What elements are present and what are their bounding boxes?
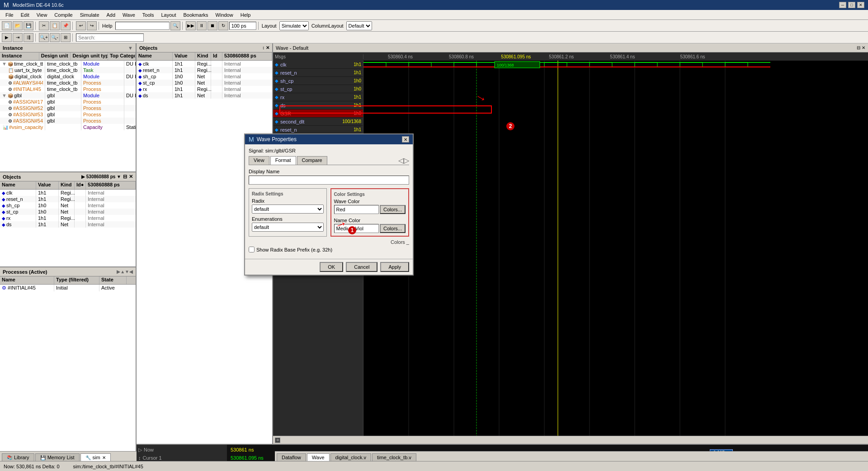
dialog-cancel-btn[interactable]: Cancel	[346, 262, 377, 272]
zoom-out-btn[interactable]: 🔍-	[50, 33, 60, 42]
object-row[interactable]: ◆ ds 1h1 Net Internal	[0, 221, 136, 228]
instance-row[interactable]: ⚙ #ALWAYS#44 time_clock_tb Process	[0, 80, 136, 86]
paste-btn[interactable]: 📌	[61, 21, 71, 30]
close-btn[interactable]: ✕	[857, 2, 864, 8]
help-input[interactable]	[115, 22, 170, 30]
instance-row[interactable]: ⚙ #ASSIGN#52 glbl Process	[0, 105, 136, 111]
signal-row[interactable]: ◆ rx 1h1	[273, 93, 363, 101]
sim-btn1[interactable]: ▶▶	[186, 21, 196, 30]
undo-btn[interactable]: ↩	[76, 21, 86, 30]
dialog-close-btn[interactable]: ✕	[402, 136, 409, 143]
object-row[interactable]: ◆ sh_cp 1h0 Net Internal	[0, 202, 136, 209]
instance-row[interactable]: 📋 uart_tx_byte time_clock_tb Task	[0, 67, 136, 73]
wave-properties-dialog[interactable]: M Wave Properties ✕ Signal: sim:/glbl/GS…	[244, 133, 414, 276]
instance-row[interactable]: ⚙ #ASSIGN#54 glbl Process	[0, 118, 136, 124]
color-settings-section: Color Settings Wave Color Red Colors...	[330, 188, 410, 237]
radix-prefix-checkbox[interactable]	[249, 247, 255, 252]
layout-label: Layout	[262, 23, 277, 29]
object-row[interactable]: ◆ clk 1h1 Regi... Internal	[137, 61, 272, 67]
object-row[interactable]: ◆ sh_cp 1h0 Net Internal	[137, 73, 272, 80]
open-btn[interactable]: 📂	[13, 21, 23, 30]
toolbar-1: 📄 📂 💾 ✂ 📋 📌 ↩ ↪ Help 🔍 ▶▶ ⏸ ⏹ ↻ Layout S…	[0, 20, 868, 32]
signal-row[interactable]: ◆ st_cp 1h0	[273, 85, 363, 93]
object-row[interactable]: ◆ rx 1h1 Regi... Internal	[137, 86, 272, 92]
instance-row[interactable]: ▼ 📦 glbl glbl Module DU Instance	[0, 92, 136, 99]
radix-select[interactable]: default binary octal hex unsigned signed…	[252, 205, 324, 214]
tab-format[interactable]: Format	[270, 156, 296, 165]
new-btn[interactable]: 📄	[2, 21, 12, 30]
instance-row[interactable]: ⚙ #ASSIGN#17 glbl Process	[0, 99, 136, 105]
search-input[interactable]	[76, 33, 144, 42]
time-input[interactable]	[229, 22, 256, 30]
signal-row[interactable]: ◆ GSR 1h0	[273, 109, 363, 118]
instance-row[interactable]: ⚙ #ASSIGN#53 glbl Process	[0, 111, 136, 118]
column-layout-select[interactable]: Default	[346, 21, 372, 30]
bottom-tab-library[interactable]: 📚 Library	[2, 453, 34, 461]
instance-row[interactable]: 📊 #vsim_capacity# Capacity Statistics	[0, 124, 136, 130]
minimize-btn[interactable]: ─	[839, 2, 846, 8]
step-btn[interactable]: ⇥	[13, 33, 23, 42]
zoom-in-btn[interactable]: 🔍+	[39, 33, 49, 42]
wave-tab-digital_clock-v[interactable]: digital_clock.v	[330, 453, 371, 461]
process-row[interactable]: ⚙ #INITIAL#45 Initial Active	[0, 285, 136, 291]
dialog-ok-btn[interactable]: OK	[320, 262, 343, 272]
layout-select[interactable]: Simulate	[279, 21, 309, 30]
instance-row[interactable]: ⚙ #INITIAL#45 time_clock_tb Process	[0, 86, 136, 92]
dialog-apply-btn[interactable]: Apply	[380, 262, 409, 272]
wave-tab-time_clock_tb-v[interactable]: time_clock_tb.v	[372, 453, 416, 461]
dialog-signal-label: Signal: sim:/glbl/GSR	[249, 148, 409, 153]
object-row[interactable]: ◆ reset_n 1h1 Regi... Internal	[0, 196, 136, 202]
object-row[interactable]: ◆ ds 1h1 Net Internal	[137, 92, 272, 99]
menu-item-window[interactable]: Window	[212, 11, 237, 19]
instance-row[interactable]: 📦 digital_clock digital_clock Module DU …	[0, 73, 136, 80]
signal-row[interactable]: ◆ reset_n 1h1	[273, 69, 363, 77]
wave-panel-header: Wave - Default ⊟ ✕	[273, 43, 868, 52]
signal-row[interactable]: ◆ second_dlt 100/1368	[273, 118, 363, 126]
zoom-fit-btn[interactable]: ⊞	[61, 33, 71, 42]
dialog-collapse-btn[interactable]: ◁▷	[398, 156, 409, 165]
menu-item-help[interactable]: Help	[237, 11, 255, 19]
cut-btn[interactable]: ✂	[39, 21, 49, 30]
instance-row[interactable]: ▼ 📦 time_clock_tb time_clock_tb Module D…	[0, 61, 136, 67]
wave-tab-wave[interactable]: Wave	[307, 453, 330, 461]
menu-item-layout[interactable]: Layout	[158, 11, 180, 19]
signal-row[interactable]: ◆ sh_cp 1h0	[273, 77, 363, 85]
redo-btn[interactable]: ↪	[87, 21, 97, 30]
menu-item-wave[interactable]: Wave	[119, 11, 139, 19]
name-colors-btn[interactable]: Colors...	[380, 224, 406, 233]
object-row[interactable]: ◆ st_cp 1h0 Net Internal	[0, 209, 136, 215]
sim-btn2[interactable]: ⏸	[197, 21, 207, 30]
bottom-tab-memory-list[interactable]: 💾 Memory List	[35, 453, 80, 461]
save-btn[interactable]: 💾	[24, 21, 33, 30]
object-row[interactable]: ◆ st_cp 1h0 Net Internal	[137, 80, 272, 86]
help-search-btn[interactable]: 🔍	[170, 21, 180, 30]
wave-colors-btn[interactable]: Colors...	[380, 205, 406, 214]
menu-item-compile[interactable]: Compile	[51, 11, 76, 19]
object-row[interactable]: ◆ reset_n 1h1 Regi... Internal	[137, 67, 272, 73]
svg-text:100/1368: 100/1368	[497, 63, 514, 67]
menu-item-simulate[interactable]: Simulate	[76, 11, 103, 19]
menu-item-edit[interactable]: Edit	[17, 11, 33, 19]
maximize-btn[interactable]: □	[848, 2, 855, 8]
menu-item-file[interactable]: File	[2, 11, 17, 19]
sim-btn3[interactable]: ⏹	[208, 21, 217, 30]
enum-select[interactable]: default	[252, 223, 324, 232]
display-name-input[interactable]	[249, 176, 409, 185]
tab-compare[interactable]: Compare	[297, 156, 327, 165]
run-btn[interactable]: ▶	[2, 33, 12, 42]
bottom-tab-sim[interactable]: 🔧 sim ✕	[80, 453, 111, 461]
signal-row[interactable]: ◆ ds 1h1	[273, 101, 363, 109]
menu-item-bookmarks[interactable]: Bookmarks	[180, 11, 212, 19]
menu-item-tools[interactable]: Tools	[139, 11, 158, 19]
menu-item-view[interactable]: View	[33, 11, 51, 19]
sim-btn4[interactable]: ↻	[218, 21, 228, 30]
copy-btn[interactable]: 📋	[50, 21, 60, 30]
menu-item-add[interactable]: Add	[103, 11, 119, 19]
tab-view[interactable]: View	[249, 156, 269, 165]
step-over-btn[interactable]: ⇶	[24, 33, 33, 42]
wave-tab-dataflow[interactable]: Dataflow	[277, 453, 306, 461]
object-row[interactable]: ◆ clk 1h1 Regi... Internal	[0, 190, 136, 196]
signal-row[interactable]: ◆ clk 1h1	[273, 61, 363, 69]
signal-row[interactable]: ◆ reset_n 1h1	[273, 126, 363, 134]
object-row[interactable]: ◆ rx 1h1 Regi... Internal	[0, 215, 136, 221]
